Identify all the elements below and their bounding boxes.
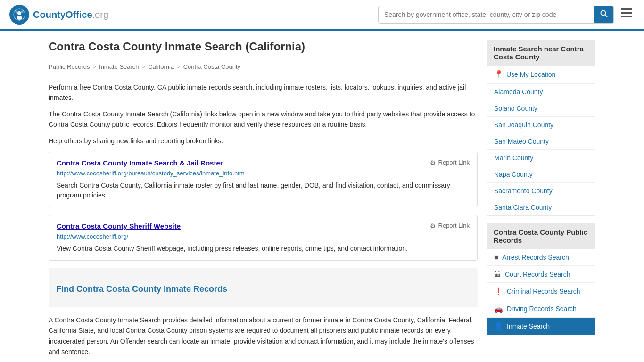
- hamburger-menu-icon[interactable]: [619, 6, 635, 23]
- marin-county-link[interactable]: Marin County: [487, 150, 595, 166]
- content-area: Contra Costa County Inmate Search (Calif…: [49, 40, 478, 362]
- driving-records-link[interactable]: 🚗 Driving Records Search: [494, 304, 588, 313]
- arrest-records-icon: ■: [494, 253, 498, 261]
- link-card-title-0[interactable]: Contra Costa County Inmate Search & Jail…: [57, 159, 223, 167]
- criminal-records-item[interactable]: ❗ Criminal Records Search: [487, 283, 595, 300]
- search-button[interactable]: [594, 6, 613, 23]
- location-dot-icon: 📍: [494, 70, 504, 79]
- santa-clara-county-link[interactable]: Santa Clara County: [487, 199, 595, 215]
- logo-tld: .org: [92, 9, 108, 20]
- svg-line-6: [605, 15, 608, 17]
- san-mateo-county-link[interactable]: San Mateo County: [487, 133, 595, 149]
- driving-records-label: Driving Records Search: [507, 305, 577, 313]
- svg-rect-9: [621, 16, 632, 17]
- link-card-1: Contra Costa County Sheriff Website ⚙ Re…: [49, 215, 478, 261]
- san-joaquin-county-link[interactable]: San Joaquin County: [487, 117, 595, 133]
- separator-1: >: [92, 63, 96, 70]
- header-right: [378, 6, 635, 24]
- napa-county-item[interactable]: Napa County: [487, 166, 595, 183]
- svg-rect-8: [621, 12, 632, 14]
- driving-records-icon: 🚗: [494, 304, 503, 313]
- alameda-county-link[interactable]: Alameda County: [487, 84, 595, 100]
- report-icon-0: ⚙: [430, 159, 436, 166]
- breadcrumb-california[interactable]: California: [148, 63, 174, 70]
- separator-3: >: [177, 63, 181, 70]
- criminal-records-icon: ❗: [494, 287, 503, 296]
- public-records-section: Contra Costa County Public Records ■ Arr…: [487, 223, 595, 335]
- court-records-label: Court Records Search: [505, 271, 570, 278]
- santa-clara-county-item[interactable]: Santa Clara County: [487, 199, 595, 215]
- search-input[interactable]: [379, 7, 594, 22]
- breadcrumb: Public Records > Inmate Search > Califor…: [49, 59, 478, 74]
- report-link-1[interactable]: ⚙ Report Link: [430, 222, 470, 230]
- sidebar: Inmate Search near Contra Costa County 📍…: [487, 40, 595, 362]
- arrest-records-item[interactable]: ■ Arrest Records Search: [487, 249, 595, 266]
- separator-2: >: [142, 63, 146, 70]
- breadcrumb-contra-costa[interactable]: Contra Costa County: [183, 63, 240, 70]
- logo-name: CountyOffice: [33, 9, 92, 20]
- san-joaquin-county-item[interactable]: San Joaquin County: [487, 117, 595, 133]
- svg-point-3: [16, 11, 18, 13]
- public-records-list: ■ Arrest Records Search 🏛 Court Records …: [487, 249, 595, 335]
- link-card-0: Contra Costa County Inmate Search & Jail…: [49, 152, 478, 207]
- arrest-records-label: Arrest Records Search: [502, 254, 569, 261]
- sacramento-county-item[interactable]: Sacramento County: [487, 183, 595, 199]
- court-records-item[interactable]: 🏛 Court Records Search: [487, 266, 595, 283]
- svg-point-2: [17, 16, 22, 20]
- svg-point-5: [601, 11, 606, 16]
- napa-county-link[interactable]: Napa County: [487, 166, 595, 182]
- description-1: Perform a free Contra Costa County, CA p…: [49, 82, 478, 103]
- logo-area: CountyOffice.org: [9, 5, 108, 25]
- inmate-search-icon: 👤: [494, 322, 503, 330]
- new-links-link[interactable]: new links: [116, 137, 144, 145]
- nearby-list: 📍 Use My Location Alameda County Solano …: [487, 66, 595, 216]
- solano-county-item[interactable]: Solano County: [487, 100, 595, 117]
- find-section-title: Find Contra Costa County Inmate Records: [56, 284, 470, 294]
- breadcrumb-public-records[interactable]: Public Records: [49, 63, 90, 70]
- inmate-search-item[interactable]: 👤 Inmate Search: [487, 318, 595, 335]
- link-card-url-1: http://www.cocosheriff.org/: [57, 233, 470, 240]
- find-body-text: A Contra Costa County Inmate Search prov…: [49, 315, 478, 357]
- inmate-search-label: Inmate Search: [507, 322, 550, 330]
- site-header: CountyOffice.org: [0, 0, 644, 31]
- svg-rect-7: [621, 8, 632, 10]
- driving-records-item[interactable]: 🚗 Driving Records Search: [487, 300, 595, 318]
- court-records-link[interactable]: 🏛 Court Records Search: [494, 270, 588, 278]
- svg-point-1: [17, 11, 21, 15]
- report-link-0[interactable]: ⚙ Report Link: [430, 159, 470, 166]
- description-area: Perform a free Contra Costa County, CA p…: [49, 82, 478, 146]
- nearby-heading: Inmate Search near Contra Costa County: [487, 40, 595, 66]
- breadcrumb-inmate-search[interactable]: Inmate Search: [99, 63, 139, 70]
- solano-county-link[interactable]: Solano County: [487, 100, 595, 116]
- use-location-item[interactable]: 📍 Use My Location: [487, 66, 595, 84]
- link-card-title-1[interactable]: Contra Costa County Sheriff Website: [57, 222, 181, 230]
- marin-county-item[interactable]: Marin County: [487, 150, 595, 166]
- description-3: Help others by sharing new links and rep…: [49, 136, 478, 146]
- page-title: Contra Costa County Inmate Search (Calif…: [49, 40, 478, 53]
- link-cards: Contra Costa County Inmate Search & Jail…: [49, 152, 478, 261]
- report-icon-1: ⚙: [430, 222, 436, 230]
- logo-text: CountyOffice.org: [33, 9, 108, 20]
- court-records-icon: 🏛: [494, 270, 501, 278]
- inmate-search-link[interactable]: 👤 Inmate Search: [494, 322, 588, 330]
- link-card-header-0: Contra Costa County Inmate Search & Jail…: [57, 159, 470, 167]
- svg-point-4: [21, 11, 24, 13]
- desc3-text: Help others by sharing: [49, 137, 115, 145]
- link-card-desc-1: View Contra Costa County Sheriff webpage…: [57, 244, 470, 254]
- sacramento-county-link[interactable]: Sacramento County: [487, 183, 595, 199]
- public-records-heading: Contra Costa County Public Records: [487, 223, 595, 249]
- find-section: Find Contra Costa County Inmate Records: [49, 268, 478, 307]
- desc3b-text: and reporting broken links.: [145, 137, 223, 145]
- search-bar: [378, 6, 614, 24]
- link-card-desc-0: Search Contra Costa County, California i…: [57, 181, 470, 200]
- main-container: Contra Costa County Inmate Search (Calif…: [39, 31, 605, 362]
- link-card-url-0: http://www.cocosheriff.org/bureaus/custo…: [57, 170, 470, 177]
- criminal-records-label: Criminal Records Search: [507, 288, 580, 295]
- criminal-records-link[interactable]: ❗ Criminal Records Search: [494, 287, 588, 296]
- use-location-label: Use My Location: [506, 71, 555, 78]
- arrest-records-link[interactable]: ■ Arrest Records Search: [494, 253, 588, 261]
- alameda-county-item[interactable]: Alameda County: [487, 84, 595, 100]
- link-card-header-1: Contra Costa County Sheriff Website ⚙ Re…: [57, 222, 470, 230]
- use-location-link[interactable]: 📍 Use My Location: [487, 66, 595, 83]
- san-mateo-county-item[interactable]: San Mateo County: [487, 133, 595, 150]
